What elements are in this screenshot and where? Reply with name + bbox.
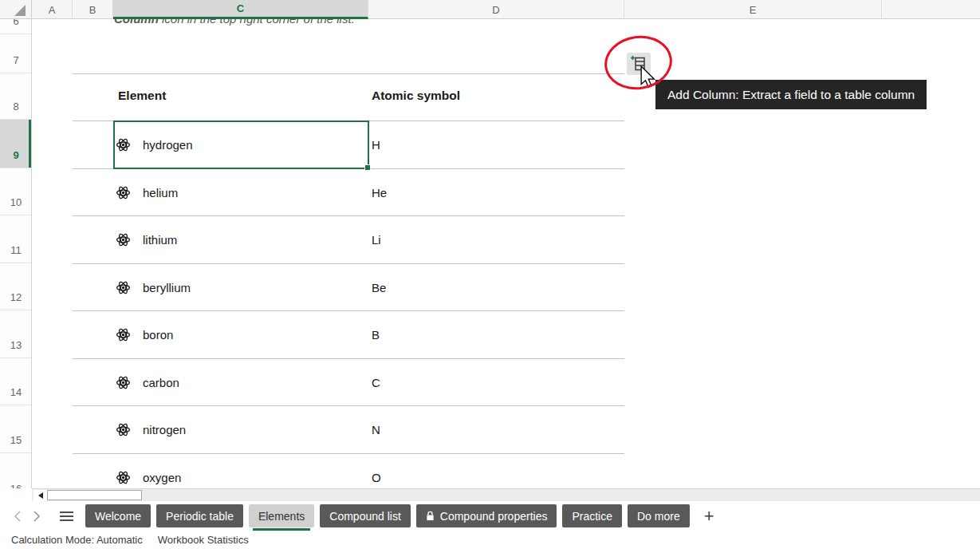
instruction-text: Column icon in the top right corner of t…: [114, 19, 355, 26]
sheet-tab-periodic-table[interactable]: Periodic table: [156, 504, 243, 527]
column-header-e[interactable]: E: [624, 0, 882, 19]
atom-icon: [116, 422, 131, 437]
element-cell[interactable]: boron: [143, 328, 173, 342]
chevron-right-icon[interactable]: [27, 511, 46, 522]
table-row[interactable]: helium He: [73, 168, 624, 216]
element-cell[interactable]: beryllium: [143, 281, 191, 294]
table-row[interactable]: oxygen O: [73, 453, 624, 488]
selected-cell-outline: [113, 120, 369, 169]
row-header-bar: 6 7 8 9 10 11 12 13 14 15 16: [0, 19, 32, 488]
row-header-8[interactable]: 8: [0, 73, 32, 120]
column-header-b[interactable]: B: [73, 0, 113, 19]
symbol-cell[interactable]: C: [372, 376, 380, 389]
row-header-14[interactable]: 14: [0, 358, 32, 405]
excel-window: Column icon in the top right corner of t…: [0, 0, 980, 549]
sheet-tab-compound-properties[interactable]: Compound properties: [416, 504, 557, 527]
row-header-7[interactable]: 7: [0, 34, 32, 73]
element-cell[interactable]: helium: [143, 186, 178, 199]
tooltip: Add Column: Extract a field to a table c…: [655, 80, 927, 109]
tab-label: Compound list: [329, 510, 401, 523]
tab-label: Compound properties: [440, 510, 548, 523]
atom-icon: [116, 185, 131, 200]
element-cell[interactable]: nitrogen: [143, 423, 186, 436]
instruction-text-rest: icon in the top right corner of the list…: [159, 19, 355, 26]
status-bar: Calculation Mode: Automatic Workbook Sta…: [0, 531, 980, 549]
symbol-cell[interactable]: H: [372, 138, 380, 152]
worksheet-area[interactable]: Column icon in the top right corner of t…: [32, 19, 980, 488]
horizontal-scrollbar[interactable]: [32, 488, 980, 501]
row-header-10[interactable]: 10: [0, 168, 32, 215]
symbol-cell[interactable]: He: [372, 186, 387, 199]
symbol-cell[interactable]: N: [372, 423, 380, 436]
element-cell[interactable]: carbon: [143, 376, 179, 389]
select-all-icon: [14, 5, 26, 16]
table-row[interactable]: beryllium Be: [73, 263, 624, 311]
row-header-15[interactable]: 15: [0, 405, 32, 453]
symbol-cell[interactable]: O: [372, 471, 381, 484]
atom-icon: [116, 470, 131, 485]
element-cell[interactable]: oxygen: [143, 471, 181, 484]
atom-icon: [116, 375, 131, 390]
row-header-6[interactable]: 6: [0, 19, 32, 34]
symbol-cell[interactable]: Li: [372, 233, 381, 247]
scrollbar-corner: [0, 488, 32, 501]
tab-label: Periodic table: [166, 510, 234, 523]
chevron-left-icon[interactable]: [8, 511, 27, 522]
sheet-tab-compound-list[interactable]: Compound list: [320, 504, 411, 527]
scroll-left-icon: [38, 492, 43, 499]
tab-label: Practice: [572, 510, 612, 523]
fill-handle[interactable]: [364, 164, 371, 171]
table-header-element[interactable]: Element: [118, 89, 166, 103]
table-row[interactable]: lithium Li: [73, 215, 624, 263]
row-header-16[interactable]: 16: [0, 453, 32, 488]
element-cell[interactable]: lithium: [143, 233, 177, 247]
row-header-12[interactable]: 12: [0, 263, 32, 310]
table-gridline: [73, 73, 624, 74]
column-header-d[interactable]: D: [368, 0, 624, 19]
table-header-symbol[interactable]: Atomic symbol: [372, 89, 460, 103]
row-header-13[interactable]: 13: [0, 310, 32, 358]
all-sheets-menu-icon[interactable]: [60, 511, 73, 521]
symbol-cell[interactable]: B: [372, 328, 380, 342]
column-header-blank[interactable]: [882, 0, 980, 19]
table-row[interactable]: nitrogen N: [73, 405, 624, 453]
workbook-statistics-status[interactable]: Workbook Statistics: [158, 534, 249, 546]
table-row[interactable]: carbon C: [73, 358, 624, 406]
column-header-c-selected[interactable]: C: [113, 0, 368, 19]
tab-label: Welcome: [95, 510, 141, 523]
row-header-11[interactable]: 11: [0, 215, 32, 263]
symbol-cell[interactable]: Be: [372, 281, 386, 294]
sheet-tab-elements-active[interactable]: Elements: [249, 504, 314, 527]
select-all-button[interactable]: [0, 0, 32, 19]
row-header-9-selected[interactable]: 9: [0, 120, 32, 168]
column-header-a[interactable]: A: [32, 0, 73, 19]
sheet-tab-welcome[interactable]: Welcome: [85, 504, 151, 527]
atom-icon: [116, 280, 131, 295]
tab-label: Do more: [637, 510, 680, 523]
table-row[interactable]: boron B: [73, 310, 624, 358]
column-header-bar: A B C D E: [0, 0, 980, 19]
scroll-left-button[interactable]: [33, 490, 47, 501]
sheet-tab-bar: Welcome Periodic table Elements Compound…: [0, 501, 980, 531]
lock-icon: [426, 511, 435, 521]
atom-icon: [116, 232, 131, 247]
instruction-text-bold: Column: [114, 19, 159, 26]
sheet-tab-practice[interactable]: Practice: [562, 504, 622, 527]
calculation-mode-status[interactable]: Calculation Mode: Automatic: [11, 534, 143, 546]
tab-label: Elements: [258, 510, 305, 523]
sheet-tab-do-more[interactable]: Do more: [628, 504, 690, 527]
add-sheet-button[interactable]: +: [704, 506, 714, 527]
atom-icon: [116, 327, 131, 342]
scrollbar-thumb[interactable]: [47, 490, 142, 500]
